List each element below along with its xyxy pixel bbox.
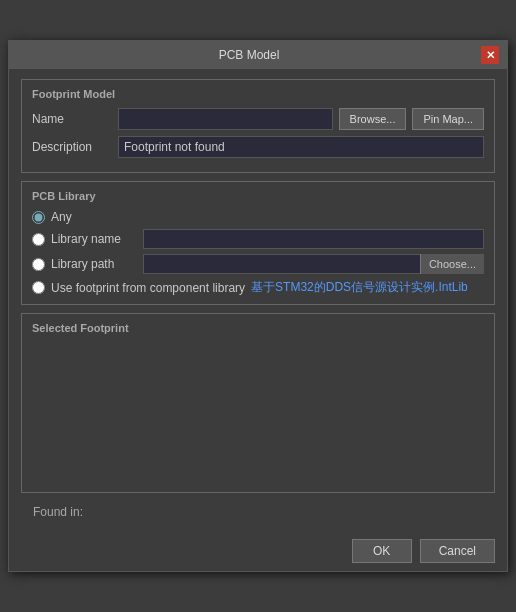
found-in-row: Found in:	[21, 501, 495, 523]
dialog-title: PCB Model	[17, 48, 481, 62]
description-label: Description	[32, 140, 112, 154]
selected-footprint-title: Selected Footprint	[32, 322, 484, 334]
use-footprint-radio[interactable]	[32, 281, 45, 294]
library-name-row: Library name	[32, 229, 484, 249]
footprint-model-section: Footprint Model Name Browse... Pin Map..…	[21, 79, 495, 173]
choose-button[interactable]: Choose...	[420, 254, 484, 274]
dialog-footer: OK Cancel	[9, 533, 507, 571]
use-footprint-path: 基于STM32的DDS信号源设计实例.IntLib	[251, 279, 468, 296]
selected-footprint-section: Selected Footprint	[21, 313, 495, 493]
library-name-radio[interactable]	[32, 233, 45, 246]
library-name-input[interactable]	[143, 229, 484, 249]
pin-map-button[interactable]: Pin Map...	[412, 108, 484, 130]
description-value: Footprint not found	[118, 136, 484, 158]
cancel-button[interactable]: Cancel	[420, 539, 495, 563]
name-label: Name	[32, 112, 112, 126]
any-row: Any	[32, 210, 484, 224]
any-radio[interactable]	[32, 211, 45, 224]
use-footprint-label: Use footprint from component library	[51, 281, 245, 295]
browse-button[interactable]: Browse...	[339, 108, 407, 130]
library-path-wrapper: Choose...	[143, 254, 484, 274]
use-footprint-row: Use footprint from component library 基于S…	[32, 279, 484, 296]
pcb-library-section: PCB Library Any Library name Library pat…	[21, 181, 495, 305]
description-row: Description Footprint not found	[32, 136, 484, 158]
library-name-label: Library name	[51, 232, 137, 246]
any-label: Any	[51, 210, 137, 224]
dialog-content: Footprint Model Name Browse... Pin Map..…	[9, 69, 507, 533]
pcb-model-dialog: PCB Model ✕ Footprint Model Name Browse.…	[8, 40, 508, 572]
library-path-radio[interactable]	[32, 258, 45, 271]
name-row: Name Browse... Pin Map...	[32, 108, 484, 130]
pcb-library-title: PCB Library	[32, 190, 484, 202]
library-path-row: Library path Choose...	[32, 254, 484, 274]
footprint-model-title: Footprint Model	[32, 88, 484, 100]
name-input[interactable]	[118, 108, 333, 130]
library-path-label: Library path	[51, 257, 137, 271]
ok-button[interactable]: OK	[352, 539, 412, 563]
close-button[interactable]: ✕	[481, 46, 499, 64]
found-in-label: Found in:	[33, 505, 83, 519]
title-bar: PCB Model ✕	[9, 41, 507, 69]
